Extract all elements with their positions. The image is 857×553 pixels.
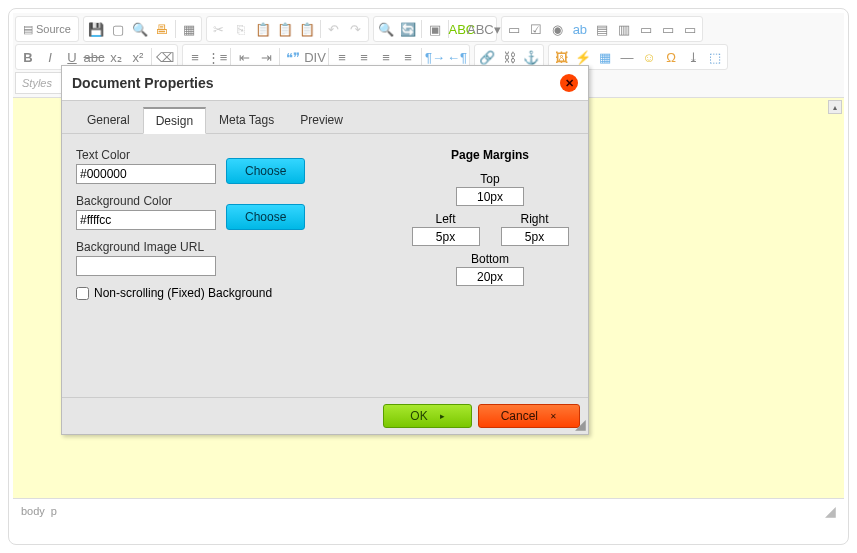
fixed-bg-checkbox[interactable] xyxy=(76,287,89,300)
close-icon[interactable]: ✕ xyxy=(560,74,578,92)
replace-icon[interactable]: 🔄 xyxy=(397,18,419,40)
smiley-icon[interactable]: ☺ xyxy=(638,46,660,68)
dialog-resize-grip-icon[interactable]: ◢ xyxy=(575,416,586,432)
scroll-up-icon[interactable]: ▴ xyxy=(828,100,842,114)
document-properties-dialog: Document Properties ✕ General Design Met… xyxy=(61,65,589,435)
dialog-title: Document Properties xyxy=(72,75,214,91)
text-color-input[interactable] xyxy=(76,164,216,184)
page-margins-title: Page Margins xyxy=(406,148,574,162)
margin-right-input[interactable] xyxy=(501,227,569,246)
resize-grip-icon[interactable]: ◢ xyxy=(825,503,836,519)
select-all-icon[interactable]: ▣ xyxy=(424,18,446,40)
editor-container: ▤Source 💾 ▢ 🔍 🖶 ▦ ✂ ⎘ 📋 📋 📋 ↶ ↷ xyxy=(8,8,849,545)
copy-icon[interactable]: ⎘ xyxy=(230,18,252,40)
save-icon[interactable]: 💾 xyxy=(85,18,107,40)
table-icon[interactable]: ▦ xyxy=(594,46,616,68)
cut-icon[interactable]: ✂ xyxy=(208,18,230,40)
margin-top-input[interactable] xyxy=(456,187,524,206)
status-bar: bodyp ◢ xyxy=(13,498,844,523)
bg-image-label: Background Image URL xyxy=(76,240,216,254)
new-page-icon[interactable]: ▢ xyxy=(107,18,129,40)
paste-word-icon[interactable]: 📋 xyxy=(296,18,318,40)
source-icon: ▤ xyxy=(23,23,33,36)
hidden-icon[interactable]: ▭ xyxy=(679,18,701,40)
choose-bg-color-button[interactable]: Choose xyxy=(226,204,305,230)
undo-icon[interactable]: ↶ xyxy=(323,18,345,40)
cancel-button[interactable]: Cancel xyxy=(478,404,580,428)
textarea-icon[interactable]: ▤ xyxy=(591,18,613,40)
templates-icon[interactable]: ▦ xyxy=(178,18,200,40)
print-icon[interactable]: 🖶 xyxy=(151,18,173,40)
paste-icon[interactable]: 📋 xyxy=(252,18,274,40)
margin-bottom-label: Bottom xyxy=(471,252,509,266)
iframe-icon[interactable]: ⬚ xyxy=(704,46,726,68)
imagebutton-icon[interactable]: ▭ xyxy=(657,18,679,40)
choose-text-color-button[interactable]: Choose xyxy=(226,158,305,184)
tab-design[interactable]: Design xyxy=(143,107,206,134)
scayt-icon[interactable]: ABC▾ xyxy=(473,18,495,40)
source-button[interactable]: ▤Source xyxy=(17,18,77,40)
find-icon[interactable]: 🔍 xyxy=(375,18,397,40)
textfield-icon[interactable]: ab xyxy=(569,18,591,40)
italic-icon[interactable]: I xyxy=(39,46,61,68)
element-path[interactable]: bodyp xyxy=(21,505,63,517)
margin-top-label: Top xyxy=(480,172,499,186)
ok-button[interactable]: OK xyxy=(383,404,471,428)
margin-left-input[interactable] xyxy=(412,227,480,246)
specialchar-icon[interactable]: Ω xyxy=(660,46,682,68)
margin-bottom-input[interactable] xyxy=(456,267,524,286)
tab-meta-tags[interactable]: Meta Tags xyxy=(206,107,287,133)
form-icon[interactable]: ▭ xyxy=(503,18,525,40)
tab-preview[interactable]: Preview xyxy=(287,107,356,133)
bg-color-label: Background Color xyxy=(76,194,216,208)
select-icon[interactable]: ▥ xyxy=(613,18,635,40)
bg-image-input[interactable] xyxy=(76,256,216,276)
dialog-titlebar[interactable]: Document Properties ✕ xyxy=(62,66,588,101)
checkbox-icon[interactable]: ☑ xyxy=(525,18,547,40)
fixed-bg-label: Non-scrolling (Fixed) Background xyxy=(94,286,272,300)
margin-right-label: Right xyxy=(520,212,548,226)
radio-icon[interactable]: ◉ xyxy=(547,18,569,40)
dialog-body: Text Color Choose Background Color Choos… xyxy=(62,134,588,434)
pagebreak-icon[interactable]: ⤓ xyxy=(682,46,704,68)
redo-icon[interactable]: ↷ xyxy=(345,18,367,40)
tab-general[interactable]: General xyxy=(74,107,143,133)
preview-icon[interactable]: 🔍 xyxy=(129,18,151,40)
text-color-label: Text Color xyxy=(76,148,216,162)
margin-left-label: Left xyxy=(435,212,455,226)
bg-color-input[interactable] xyxy=(76,210,216,230)
dialog-tabs: General Design Meta Tags Preview xyxy=(62,101,588,134)
bold-icon[interactable]: B xyxy=(17,46,39,68)
hr-icon[interactable]: ― xyxy=(616,46,638,68)
button-icon[interactable]: ▭ xyxy=(635,18,657,40)
paste-text-icon[interactable]: 📋 xyxy=(274,18,296,40)
dialog-footer: OK Cancel ◢ xyxy=(62,397,588,434)
